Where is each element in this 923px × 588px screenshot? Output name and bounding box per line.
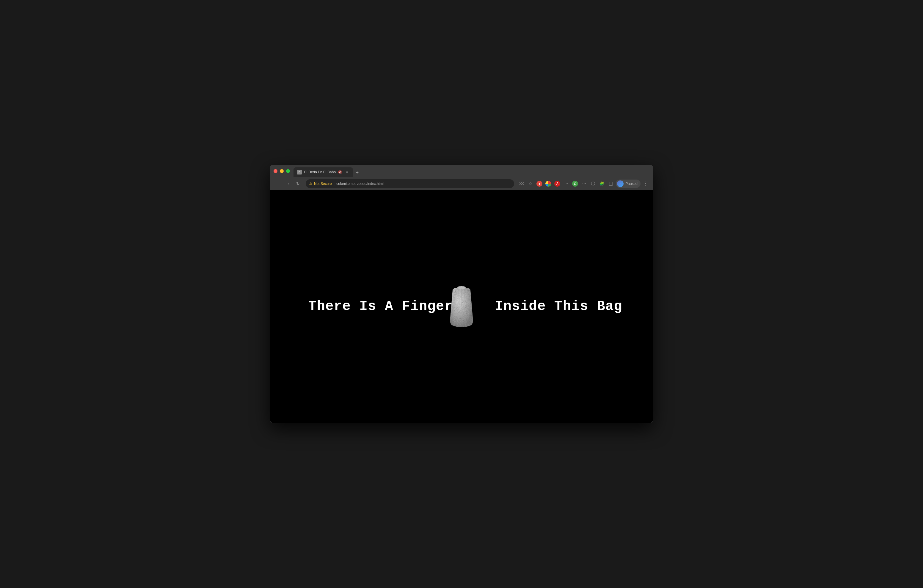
- tab-area: E El Dedo En El Baño 🔇 × +: [294, 165, 649, 177]
- traffic-lights: [274, 169, 290, 173]
- tab-search-icon[interactable]: [518, 180, 526, 187]
- bag-image: [447, 285, 476, 328]
- url-base: colomito.net: [336, 182, 356, 186]
- toolbar: ← → ↻ ⚠ Not Secure | colomito.net /dedo/…: [270, 177, 653, 190]
- toolbar-icons: ☆ ● A ⋯ G ⋯: [518, 179, 649, 188]
- address-bar[interactable]: ⚠ Not Secure | colomito.net /dedo/index.…: [305, 179, 514, 188]
- svg-point-13: [457, 286, 466, 289]
- back-button[interactable]: ←: [274, 179, 282, 188]
- profile-button[interactable]: P Paused: [616, 179, 641, 188]
- browser-window: E El Dedo En El Baño 🔇 × + ← → ↻ ⚠ Not S…: [270, 165, 653, 423]
- active-tab[interactable]: E El Dedo En El Baño 🔇 ×: [294, 168, 353, 177]
- svg-rect-1: [522, 182, 523, 183]
- extension-icon-adobe[interactable]: A: [553, 180, 561, 187]
- right-heading: Inside This Bag: [495, 299, 622, 314]
- svg-rect-3: [522, 184, 523, 185]
- url-path: /dedo/index.html: [357, 182, 384, 186]
- web-content: There Is A Finger: [270, 190, 653, 423]
- puzzle-icon[interactable]: 🧩: [598, 180, 606, 187]
- profile-label: Paused: [625, 182, 637, 186]
- tab-title: El Dedo En El Baño: [304, 170, 336, 174]
- security-warning-icon: ⚠: [309, 182, 312, 186]
- new-tab-button[interactable]: +: [353, 169, 361, 177]
- url-separator: |: [333, 182, 335, 186]
- tab-close-button[interactable]: ×: [345, 170, 350, 174]
- left-heading: There Is A Finger: [308, 299, 453, 314]
- maximize-button[interactable]: [286, 169, 290, 173]
- not-secure-label: Not Secure: [314, 182, 332, 186]
- tab-audio-icon[interactable]: 🔇: [338, 170, 342, 174]
- bag-svg: [447, 285, 476, 328]
- extension-icon-red[interactable]: ●: [535, 180, 543, 187]
- forward-button[interactable]: →: [284, 179, 292, 188]
- title-bar: E El Dedo En El Baño 🔇 × +: [270, 165, 653, 177]
- tab-favicon: E: [297, 170, 302, 174]
- sidebar-icon[interactable]: [607, 180, 615, 187]
- bookmark-icon[interactable]: ☆: [527, 180, 534, 187]
- svg-rect-0: [520, 182, 521, 183]
- reload-button[interactable]: ↻: [294, 179, 302, 188]
- extension-icon-multicolor[interactable]: [544, 180, 552, 187]
- extension-icon-dots[interactable]: ⋯: [562, 180, 570, 187]
- browser-menu-button[interactable]: ⋮: [642, 180, 649, 187]
- close-button[interactable]: [274, 169, 278, 173]
- minimize-button[interactable]: [280, 169, 284, 173]
- extensions-button[interactable]: ⋯: [580, 180, 588, 187]
- profile-avatar: P: [617, 181, 624, 187]
- menu-dots-icon: ⋮: [642, 179, 649, 187]
- svg-rect-4: [609, 182, 613, 185]
- info-icon[interactable]: ⓘ: [589, 180, 597, 187]
- page-layout: There Is A Finger: [270, 190, 653, 423]
- svg-rect-2: [520, 184, 521, 185]
- extension-icon-green[interactable]: G: [571, 180, 579, 187]
